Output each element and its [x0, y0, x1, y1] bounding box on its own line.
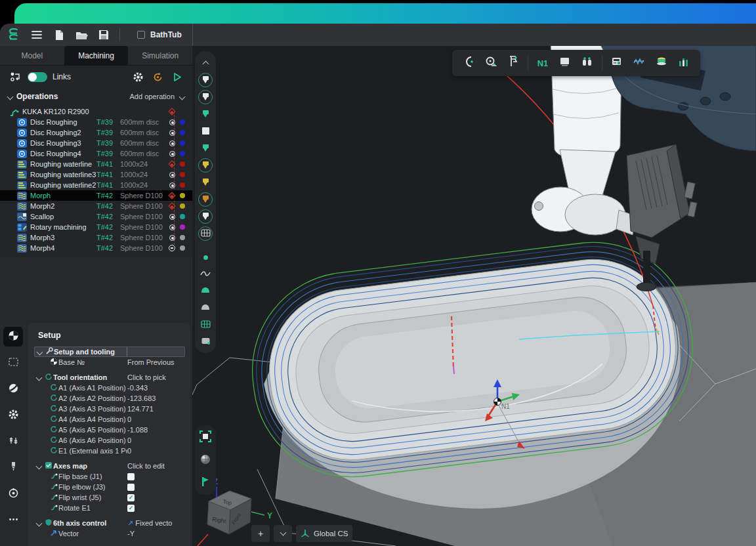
links-toggle[interactable] [28, 72, 47, 82]
setup-row-base-[interactable]: Base №From Previous [34, 357, 185, 368]
operation-row[interactable]: Roughing waterline3T#411000x24 [0, 169, 192, 180]
checkbox-checked[interactable]: ✓ [127, 505, 135, 512]
operations-collapse-chevron[interactable] [7, 93, 14, 100]
setup-row-value[interactable] [127, 484, 185, 491]
add-cs-button[interactable]: + [251, 525, 270, 542]
operation-color-dot[interactable] [178, 203, 187, 209]
operation-row[interactable]: Morph2T#42Sphere D100 [0, 201, 192, 211]
setup-row-flip-wrist-j5-[interactable]: Flip wrist (J5)✓ [34, 492, 185, 503]
checkbox-unchecked[interactable] [127, 473, 135, 480]
display-tool-button[interactable] [555, 53, 575, 73]
operation-color-dot[interactable] [178, 161, 187, 167]
probe-tool-button[interactable] [3, 484, 23, 504]
setup-row-value[interactable]: -1.088 [127, 426, 185, 434]
statistics-tool-button[interactable] [674, 53, 694, 73]
green-mill-tool-button[interactable] [198, 140, 213, 156]
operation-status-icon[interactable] [166, 203, 178, 209]
operation-color-dot[interactable] [178, 151, 187, 156]
operation-row[interactable]: Disc Roughing4T#39600mm disc [0, 148, 192, 159]
signal-wave-tool-button[interactable] [629, 53, 649, 73]
measure-tape-tool-button[interactable] [481, 53, 501, 73]
teach-pendant-tool-button[interactable] [607, 53, 627, 73]
setup-row-value[interactable]: 0 [127, 415, 185, 423]
operation-color-dot[interactable] [178, 130, 187, 135]
operation-status-icon[interactable] [166, 119, 178, 125]
new-file-button[interactable] [50, 26, 68, 43]
setup-row-value[interactable]: From Previous [127, 358, 185, 366]
setup-row-a5-axis-a5-position-[interactable]: A5 (Axis A5 Position)-1.088 [34, 425, 185, 435]
mesh-entity-button[interactable] [198, 317, 213, 332]
setup-row-value[interactable]: Click to pick [127, 373, 185, 381]
document-tab[interactable]: BathTub [127, 24, 193, 46]
global-cs-button[interactable]: Global CS [296, 525, 352, 542]
sheet-entity-button[interactable] [198, 300, 213, 315]
operation-status-icon[interactable] [166, 151, 178, 157]
setup-row-chevron[interactable] [35, 350, 44, 354]
shaded-view-button[interactable] [200, 454, 211, 467]
operation-status-icon[interactable] [166, 140, 178, 146]
setup-row-a6-axis-a6-position-[interactable]: A6 (Axis A6 Position)0 [34, 435, 185, 446]
setup-row-e1-external-axis-1-position-[interactable]: E1 (External axis 1 Position)0 [34, 446, 185, 456]
tap-tool-button[interactable] [198, 192, 213, 207]
setup-row-value[interactable]: -123.683 [127, 394, 185, 402]
turning-mode-button[interactable] [3, 379, 23, 399]
operation-row[interactable]: Disc Roughing2T#39600mm disc [0, 127, 192, 138]
square-block-tool-button[interactable] [198, 123, 213, 138]
setup-row-setup-and-tooling[interactable]: Setup and tooling [34, 346, 185, 357]
arc-center-tool-button[interactable] [459, 53, 478, 73]
setup-row-a1-axis-a1-position-[interactable]: A1 (Axis A1 Position)-0.343 [34, 383, 185, 393]
setup-row-value[interactable] [127, 347, 184, 356]
main-menu-button[interactable] [28, 26, 46, 43]
operation-color-dot[interactable] [178, 172, 187, 177]
operation-row[interactable]: Roughing waterline2T#411000x24 [0, 180, 192, 190]
operation-row[interactable]: Disc Roughing3T#39600mm disc [0, 138, 192, 148]
setup-row-value[interactable] [127, 473, 185, 480]
setup-row-vector[interactable]: Vector-Y [34, 528, 185, 539]
operation-color-dot[interactable] [178, 182, 187, 188]
operation-status-icon[interactable] [166, 130, 178, 136]
fit-view-button[interactable] [200, 430, 211, 445]
drill-tool-button[interactable] [198, 175, 213, 190]
operation-row[interactable]: Morph3T#42Sphere D100 [0, 232, 192, 243]
collapse-strip-button[interactable] [198, 55, 213, 70]
checkbox-unchecked[interactable] [127, 484, 135, 491]
setup-row-chevron[interactable] [34, 375, 43, 380]
caliper-tool-button[interactable] [503, 53, 523, 73]
links-settings-button[interactable] [131, 70, 145, 84]
setup-row-a3-axis-a3-position-[interactable]: A3 (Axis A3 Position)124.771 [34, 404, 185, 414]
setup-row-a2-axis-a2-position-[interactable]: A2 (Axis A2 Position)-123.683 [34, 393, 185, 404]
setup-row-value[interactable]: 124.771 [127, 405, 185, 413]
selection-box-button[interactable] [3, 353, 23, 373]
more-options-button[interactable] [3, 511, 23, 530]
operation-row[interactable]: Roughing waterlineT#411000x24 [0, 159, 192, 169]
add-operation-caret[interactable] [179, 93, 186, 100]
operation-color-dot[interactable] [178, 224, 187, 230]
checkbox-checked[interactable]: ✓ [127, 494, 135, 501]
setup-row-axes-map[interactable]: Axes mapClick to edit [34, 461, 185, 471]
point-entity-button[interactable] [198, 249, 213, 264]
setup-row-6th-axis-control[interactable]: 6th axis control↗Fixed vecto [34, 518, 185, 528]
boring-tool-button[interactable] [198, 209, 213, 224]
disc-tool-button[interactable] [198, 72, 213, 87]
setup-row-value[interactable]: Click to edit [127, 462, 185, 470]
tool-layers-tool-button[interactable] [652, 53, 671, 73]
operation-status-icon[interactable] [166, 193, 178, 198]
operation-status-icon[interactable] [166, 182, 178, 188]
knurl-tool-button[interactable] [198, 226, 213, 241]
operation-color-dot[interactable] [178, 140, 187, 146]
tab-simulation[interactable]: Simulation [128, 46, 192, 65]
setup-row-value[interactable]: ✓ [127, 494, 185, 501]
settings-gear-button[interactable] [3, 406, 23, 425]
operation-row[interactable]: Disc RoughingT#39600mm disc [0, 117, 192, 127]
setup-row-flip-base-j1-[interactable]: Flip base (J1) [34, 471, 185, 482]
operation-color-dot[interactable] [178, 214, 187, 219]
setup-row-value[interactable]: 0 [127, 436, 185, 444]
setup-row-chevron[interactable] [34, 521, 43, 526]
setup-row-value[interactable]: ↗Fixed vecto [127, 519, 185, 528]
drill-cycle-button[interactable] [3, 458, 23, 478]
small-mill-tool-button[interactable] [198, 106, 213, 121]
spot-drill-tool-button[interactable] [198, 158, 213, 173]
operation-color-dot[interactable] [178, 119, 187, 125]
operation-color-dot[interactable] [178, 245, 187, 251]
tab-model[interactable]: Model [0, 46, 64, 65]
